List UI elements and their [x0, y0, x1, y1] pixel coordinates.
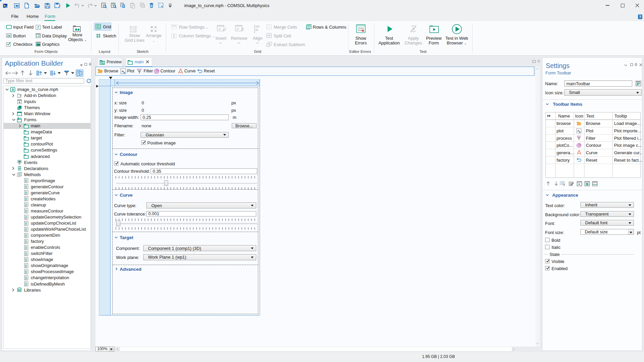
- svg-text:T: T: [37, 26, 39, 29]
- svg-text:OK: OK: [7, 35, 11, 37]
- svg-text:A: A: [11, 88, 14, 92]
- svg-text:1.23: 1.23: [131, 29, 136, 32]
- svg-text:1.23: 1.23: [36, 35, 40, 37]
